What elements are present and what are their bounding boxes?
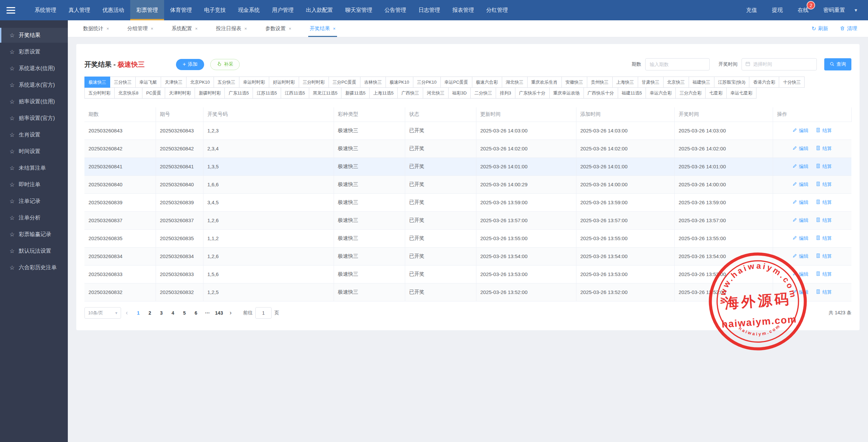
tab[interactable]: 分组管理 (127, 20, 154, 37)
sidebar-item[interactable]: ☆ 系统退水(官方) (0, 78, 68, 92)
lottery-type-tab[interactable]: 上海11选5 (369, 87, 398, 99)
clear-button[interactable]: 清理 (840, 25, 857, 32)
withdraw-link[interactable]: 提现 (764, 0, 790, 20)
lottery-type-tab[interactable]: 香港六合彩 (749, 77, 779, 88)
lottery-type-tab[interactable]: 天津快三 (161, 77, 186, 88)
settle-link[interactable]: 结算 (816, 128, 832, 134)
page-number[interactable]: 5 (179, 310, 190, 316)
edit-link[interactable]: 编辑 (792, 128, 808, 134)
lottery-type-tab[interactable]: 北京快三 (663, 77, 689, 88)
edit-link[interactable]: 编辑 (792, 289, 808, 295)
settle-link[interactable]: 结算 (816, 182, 832, 188)
edit-link[interactable]: 编辑 (792, 271, 808, 277)
lottery-type-tab[interactable]: 江苏11选5 (253, 87, 281, 99)
lottery-type-tab[interactable]: 三分快三 (110, 77, 136, 88)
lottery-type-tab[interactable]: 江苏骰宝(快3) (714, 77, 750, 88)
password-reset-link[interactable]: 密码重置 (816, 0, 852, 20)
tab[interactable]: 数据统计 (83, 20, 109, 37)
lottery-type-tab[interactable]: 北京PK10 (186, 77, 214, 88)
edit-link[interactable]: 编辑 (792, 199, 808, 206)
page-size-select[interactable]: 10条/页 (84, 307, 121, 319)
lottery-type-tab[interactable]: 贵州快三 (587, 77, 613, 88)
lottery-type-tab[interactable]: 幸运时时彩 (239, 77, 269, 88)
topbar-menu-item[interactable]: 分红管理 (480, 0, 514, 20)
lottery-type-tab[interactable]: 好运时时彩 (269, 77, 299, 88)
page-number[interactable]: 1 (133, 310, 144, 316)
add-button[interactable]: + 添加 (176, 59, 204, 70)
topbar-menu-item[interactable]: 真人管理 (62, 0, 96, 20)
settle-link[interactable]: 结算 (816, 271, 832, 277)
tab-close-icon[interactable] (195, 26, 198, 31)
edit-link[interactable]: 编辑 (792, 164, 808, 170)
sidebar-item[interactable]: ☆ 六合彩历史注单 (0, 260, 68, 275)
draw-time-picker[interactable]: 选择时间 (742, 58, 817, 70)
lottery-type-tab[interactable]: 重庆幸运农场 (549, 87, 584, 99)
lottery-type-tab[interactable]: 幸运七星彩 (726, 87, 756, 99)
lottery-type-tab[interactable]: 七星彩 (705, 87, 727, 99)
topbar-menu-item[interactable]: 日志管理 (412, 0, 446, 20)
edit-link[interactable]: 编辑 (792, 182, 808, 188)
lottery-type-tab[interactable]: 江西11选5 (281, 87, 309, 99)
page-number[interactable]: 143 (213, 310, 225, 316)
topbar-menu-item[interactable]: 电子竞技 (198, 0, 232, 20)
settle-link[interactable]: 结算 (816, 289, 832, 295)
lottery-type-tab[interactable]: 黑龙江11选5 (309, 87, 342, 99)
settle-link[interactable]: 结算 (816, 164, 832, 170)
tab-close-icon[interactable] (106, 26, 109, 31)
page-number[interactable]: 3 (156, 310, 167, 316)
topbar-menu-item[interactable]: 系统管理 (28, 0, 62, 20)
lottery-type-tab[interactable]: 幸运PC蛋蛋 (440, 77, 472, 88)
settle-link[interactable]: 结算 (816, 253, 832, 259)
edit-link[interactable]: 编辑 (792, 253, 808, 259)
sidebar-item[interactable]: ☆ 即时注单 (0, 177, 68, 192)
page-number[interactable]: ··· (202, 310, 213, 316)
topbar-menu-item[interactable]: 报表管理 (446, 0, 480, 20)
lottery-type-tab[interactable]: 新疆时时彩 (195, 87, 225, 99)
lottery-type-tab[interactable]: 三分时时彩 (299, 77, 329, 88)
sidebar-item[interactable]: ☆ 系统退水(信用) (0, 61, 68, 76)
tab[interactable]: 系统配置 (172, 20, 198, 37)
sidebar-item[interactable]: ☆ 生肖设置 (0, 127, 68, 142)
lottery-type-tab[interactable]: 福建快三 (689, 77, 714, 88)
topbar-menu-item[interactable]: 用户管理 (266, 0, 300, 20)
tab[interactable]: 投注日报表 (216, 20, 247, 37)
tab-close-icon[interactable] (289, 26, 291, 31)
tab[interactable]: 参数设置 (265, 20, 291, 37)
topbar-menu-item[interactable]: 优惠活动 (96, 0, 130, 20)
sidebar-item[interactable]: ☆ 注单记录 (0, 194, 68, 209)
lottery-type-tab[interactable]: 重庆欢乐生肖 (527, 77, 562, 88)
lottery-type-tab[interactable]: 上海快三 (612, 77, 638, 88)
lottery-type-tab[interactable]: 吉林快三 (360, 77, 386, 88)
settle-link[interactable]: 结算 (816, 235, 832, 241)
lottery-type-tab[interactable]: 广东11选5 (224, 87, 253, 99)
settle-link[interactable]: 结算 (816, 146, 832, 152)
page-number[interactable]: 6 (190, 310, 202, 316)
search-button[interactable]: 查询 (824, 58, 851, 70)
sidebar-item[interactable]: ☆ 赔率设置(官方) (0, 111, 68, 126)
lottery-type-tab[interactable]: 广西快乐十分 (584, 87, 618, 99)
refresh-button[interactable]: 刷新 (812, 25, 828, 32)
lottery-type-tab[interactable]: 极速六合彩 (472, 77, 502, 88)
lottery-type-tab[interactable]: PC蛋蛋 (142, 87, 165, 99)
topbar-menu-item[interactable]: 彩票管理 (130, 0, 164, 20)
topbar-menu-item[interactable]: 出入款配置 (300, 0, 339, 20)
edit-link[interactable]: 编辑 (792, 217, 808, 224)
page-number[interactable]: 2 (144, 310, 156, 316)
topbar-menu-item[interactable]: 现金系统 (232, 0, 266, 20)
tab-close-icon[interactable] (151, 26, 154, 31)
sidebar-item[interactable]: ☆ 默认玩法设置 (0, 244, 68, 258)
chevron-down-icon[interactable]: ▾ (852, 0, 859, 20)
lottery-type-tab[interactable]: 福建11选5 (618, 87, 646, 99)
sidebar-item[interactable]: ☆ 未结算注单 (0, 161, 68, 175)
lottery-type-tab[interactable]: 安徽快三 (561, 77, 587, 88)
topbar-menu-item[interactable]: 公告管理 (378, 0, 412, 20)
sidebar-item[interactable]: ☆ 赔率设置(信用) (0, 94, 68, 109)
online-link[interactable]: 在线 2 (790, 0, 816, 20)
topbar-menu-item[interactable]: 体育管理 (164, 0, 198, 20)
lottery-type-tab[interactable]: 广东快乐十分 (515, 87, 550, 99)
lottery-type-tab[interactable]: 广西快三 (397, 87, 423, 99)
recharge-link[interactable]: 充值 (738, 0, 764, 20)
tab[interactable]: 开奖结果 (310, 20, 336, 37)
edit-link[interactable]: 编辑 (792, 146, 808, 152)
lottery-type-tab[interactable]: 幸运飞艇 (135, 77, 161, 88)
